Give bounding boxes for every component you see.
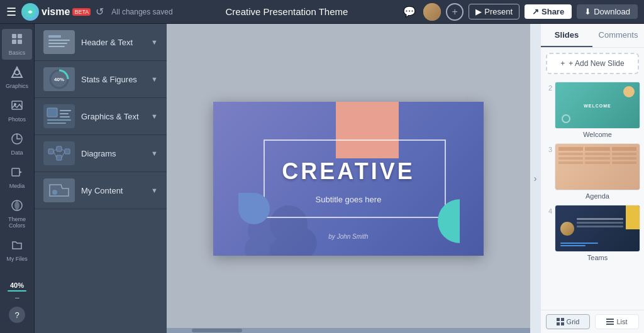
sidebar-item-data[interactable]: Data (2, 129, 32, 160)
panel-item-graphics-text[interactable]: Graphics & Text ▼ (35, 98, 167, 135)
svg-rect-27 (65, 149, 70, 154)
avatar[interactable] (423, 3, 441, 21)
tab-comments[interactable]: Comments (592, 24, 644, 47)
list-icon (606, 318, 614, 325)
svg-rect-38 (557, 318, 560, 321)
sidebar-item-my-files[interactable]: My Files (2, 235, 32, 266)
add-slide-plus-icon: + (560, 59, 565, 68)
canvas-scrollbar[interactable] (167, 328, 530, 333)
svg-rect-25 (57, 146, 62, 151)
zoom-minus-icon[interactable]: − (14, 293, 19, 303)
chat-icon-button[interactable]: 💬 (401, 3, 418, 20)
slide-canvas[interactable]: CREATIVE Subtitle goes here by John Smit… (213, 102, 484, 256)
download-button[interactable]: ⬇ Download (577, 4, 638, 19)
slide-title: CREATIVE (213, 158, 484, 185)
present-button[interactable]: ▶ Present (469, 4, 519, 19)
header-text-thumb (43, 30, 75, 54)
share-button[interactable]: ↗ Share (525, 4, 572, 19)
theme-colors-label: Theme Colors (4, 216, 30, 229)
diagrams-arrow: ▼ (151, 150, 158, 157)
zoom-percent: 40% (10, 281, 24, 289)
svg-rect-15 (48, 43, 67, 44)
header-text-arrow: ▼ (151, 38, 158, 46)
svg-rect-20 (60, 113, 69, 114)
sidebar-item-theme-colors[interactable]: Theme Colors (2, 195, 32, 232)
graphics-text-thumb (43, 104, 75, 128)
svg-point-32 (52, 190, 57, 195)
slide-thumb-wrap-3: Agenda (555, 143, 640, 200)
undo-icon[interactable]: ↺ (96, 6, 104, 18)
download-icon: ⬇ (584, 7, 591, 16)
diagrams-label: Diagrams (81, 149, 145, 158)
topbar: ☰ visme BETA ↺ All changes saved Creativ… (0, 0, 644, 24)
view-list-button[interactable]: List (595, 314, 639, 329)
canvas-area: CREATIVE Subtitle goes here by John Smit… (167, 24, 530, 333)
svg-rect-18 (47, 108, 57, 117)
svg-rect-2 (18, 34, 22, 38)
graphics-label: Graphics (6, 83, 28, 89)
svg-rect-1 (12, 34, 16, 38)
slide-thumb-wrap-4: Teams (555, 205, 640, 261)
add-collaborator-button[interactable]: + (446, 3, 464, 21)
sidebar-item-photos[interactable]: Photos (2, 96, 32, 126)
view-grid-button[interactable]: Grid (546, 314, 590, 329)
grid-label: Grid (567, 318, 580, 325)
basics-icon (11, 33, 23, 48)
svg-rect-41 (561, 322, 564, 325)
svg-rect-21 (60, 116, 70, 117)
svg-rect-10 (12, 168, 19, 176)
menu-icon[interactable]: ☰ (6, 5, 16, 19)
zoom-bar (8, 290, 26, 292)
slide-thumb-teams[interactable] (555, 205, 640, 252)
sidebar-item-media[interactable]: Media (2, 162, 32, 193)
slide-subtitle: Subtitle goes here (213, 195, 484, 204)
graphics-text-label: Graphics & Text (81, 112, 145, 121)
icon-sidebar: Basics Graphics Photos Data Media (0, 24, 35, 333)
slide-thumb-row-2: 2 WELCOME Welcome (545, 82, 640, 138)
svg-line-29 (53, 151, 57, 158)
tab-slides[interactable]: Slides (541, 24, 592, 47)
svg-marker-5 (12, 67, 22, 77)
slides-list: 2 WELCOME Welcome (541, 79, 644, 310)
list-label: List (616, 318, 627, 325)
collapse-right-panel-button[interactable]: › (530, 24, 540, 333)
svg-line-30 (62, 149, 65, 151)
data-icon (11, 133, 23, 148)
panel-item-stats-figures[interactable]: 40% Stats & Figures ▼ (35, 61, 167, 98)
comments-tab-label: Comments (599, 30, 638, 40)
sidebar-item-basics[interactable]: Basics (2, 29, 32, 60)
svg-line-28 (53, 149, 57, 151)
data-label: Data (11, 150, 23, 156)
share-label: Share (541, 7, 564, 16)
svg-rect-26 (57, 155, 62, 160)
download-label: Download (594, 7, 630, 16)
slide-num-4: 4 (545, 205, 552, 215)
canvas-scroll-thumb (192, 329, 242, 332)
slide-thumb-agenda[interactable] (555, 143, 640, 190)
svg-rect-23 (47, 123, 66, 124)
svg-rect-19 (60, 110, 71, 111)
panel-item-diagrams[interactable]: Diagrams ▼ (35, 135, 167, 172)
logo-icon (21, 3, 39, 21)
svg-rect-3 (12, 40, 16, 44)
sidebar-item-graphics[interactable]: Graphics (2, 62, 32, 93)
media-icon (11, 166, 23, 182)
slide-label-agenda: Agenda (555, 192, 640, 200)
panel-item-header-text[interactable]: Header & Text ▼ (35, 24, 167, 61)
document-title[interactable]: Creative Presentation Theme (178, 6, 396, 17)
stats-figures-thumb: 40% (43, 67, 75, 91)
svg-rect-44 (606, 324, 614, 325)
slide-label-welcome: Welcome (555, 131, 640, 138)
saved-status: All changes saved (111, 8, 172, 16)
grid-icon (557, 318, 564, 325)
help-button[interactable]: ? (9, 307, 25, 323)
add-new-slide-button[interactable]: + + Add New Slide (546, 53, 639, 74)
svg-rect-40 (557, 322, 560, 325)
svg-rect-4 (18, 40, 22, 44)
graphics-text-arrow: ▼ (151, 112, 158, 120)
panel-item-my-content[interactable]: My Content ▼ (35, 172, 167, 209)
photos-label: Photos (8, 116, 26, 123)
slide-thumb-wrap-2: WELCOME Welcome (555, 82, 640, 138)
slide-thumb-welcome[interactable]: WELCOME (555, 82, 640, 129)
media-label: Media (9, 183, 25, 189)
